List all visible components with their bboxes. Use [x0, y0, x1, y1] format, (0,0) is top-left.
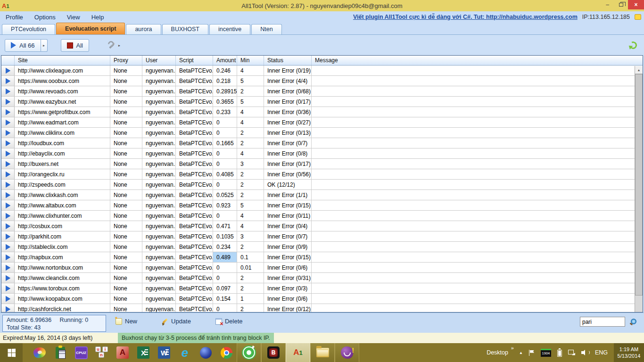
table-row[interactable]: http://www.eazybux.netNonenguyenvan...Be…: [1, 97, 643, 107]
cell-proxy[interactable]: None: [110, 180, 142, 189]
search-input[interactable]: [580, 317, 625, 327]
cell-site[interactable]: http://napbux.com: [15, 252, 110, 262]
cell-proxy[interactable]: None: [110, 283, 142, 293]
run-row-button[interactable]: [1, 200, 15, 210]
cell-amount[interactable]: 0: [213, 128, 237, 138]
table-row[interactable]: http://ebayclix.comNonenguyenvan...BetaP…: [1, 148, 643, 159]
cell-message[interactable]: [312, 294, 643, 304]
run-row-button[interactable]: [1, 86, 15, 96]
cell-min[interactable]: 3: [237, 231, 264, 241]
cell-status[interactable]: Inner Error (0/9): [264, 242, 312, 252]
cell-proxy[interactable]: None: [110, 211, 142, 221]
clock[interactable]: 1:19 AM 5/13/2014: [614, 343, 644, 362]
table-row[interactable]: https://www.ooobux.comNonenguyenvan...Be…: [1, 76, 643, 86]
panel-toggle-icon[interactable]: [635, 14, 641, 20]
cell-script[interactable]: BetaPTCEvo...: [176, 242, 213, 252]
cell-site[interactable]: http://www.cleanclix.com: [15, 273, 110, 283]
cell-status[interactable]: Inner Error (0/17): [264, 97, 312, 107]
start-button[interactable]: [0, 343, 23, 362]
cell-script[interactable]: BetaPTCEvo...: [176, 180, 213, 189]
cell-message[interactable]: [312, 148, 643, 158]
cell-min[interactable]: 0.1: [237, 252, 264, 262]
cell-amount[interactable]: 0.4085: [213, 169, 237, 179]
cell-message[interactable]: [312, 283, 643, 293]
cell-user[interactable]: nguyenvan...: [142, 231, 176, 241]
cell-site[interactable]: http://orangeclix.ru: [15, 169, 110, 179]
table-row[interactable]: http://loudbux.comNonenguyenvan...BetaPT…: [1, 138, 643, 148]
cell-proxy[interactable]: None: [110, 294, 142, 304]
taskbar-word[interactable]: W: [154, 343, 174, 362]
cell-message[interactable]: [312, 190, 643, 200]
run-row-button[interactable]: [1, 252, 15, 262]
run-row-button[interactable]: [1, 107, 15, 117]
network-icon[interactable]: [568, 350, 575, 356]
table-row[interactable]: http://cosbux.comNonenguyenvan...BetaPTC…: [1, 221, 643, 231]
cell-user[interactable]: nguyenvan...: [142, 294, 176, 304]
cell-min[interactable]: 4: [237, 66, 264, 75]
cell-proxy[interactable]: None: [110, 169, 142, 179]
cell-proxy[interactable]: None: [110, 159, 142, 169]
cell-proxy[interactable]: None: [110, 138, 142, 148]
cell-script[interactable]: BetaPTCEvo...: [176, 128, 213, 138]
cell-user[interactable]: nguyenvan...: [142, 66, 176, 75]
cell-user[interactable]: nguyenvan...: [142, 252, 176, 262]
table-row[interactable]: http://www.clixleague.comNonenguyenvan..…: [1, 66, 643, 76]
cell-min[interactable]: 5: [237, 200, 264, 210]
cell-user[interactable]: nguyenvan...: [142, 97, 176, 107]
run-row-button[interactable]: [1, 169, 15, 179]
vertical-scrollbar[interactable]: ▲: [635, 66, 643, 313]
table-row[interactable]: http://www.cleanclix.comNonenguyenvan...…: [1, 273, 643, 283]
table-row[interactable]: http://napbux.comNonenguyenvan...BetaPTC…: [1, 252, 643, 263]
scrollbar-thumb[interactable]: [635, 74, 643, 296]
cell-status[interactable]: Inner Error (0/13): [264, 128, 312, 138]
cell-script[interactable]: BetaPTCEvo...: [176, 263, 213, 272]
desktop-toolbar[interactable]: Desktop »: [487, 349, 513, 356]
cell-amount[interactable]: 0.0525: [213, 190, 237, 200]
cell-min[interactable]: 2: [237, 242, 264, 252]
cell-user[interactable]: nguyenvan...: [142, 283, 176, 293]
cell-amount[interactable]: 0: [213, 263, 237, 272]
cell-user[interactable]: nguyenvan...: [142, 200, 176, 210]
cell-status[interactable]: Inner Error (0/12): [264, 304, 312, 313]
cell-site[interactable]: http://www.nortonbux.com: [15, 263, 110, 272]
search-icon[interactable]: [630, 318, 637, 326]
promo-link[interactable]: Viết plugin All1Tool cực kì dễ dàng với …: [353, 14, 578, 20]
header-user[interactable]: User: [142, 56, 176, 65]
delete-button[interactable]: Delete: [215, 318, 243, 325]
cell-status[interactable]: Inner Error (0/36): [264, 107, 312, 117]
cell-amount[interactable]: 0.218: [213, 76, 237, 86]
cell-site[interactable]: http://www.eazybux.net: [15, 97, 110, 107]
cell-site[interactable]: http://stableclix.com: [15, 242, 110, 252]
header-amount[interactable]: Amount: [213, 56, 237, 65]
cell-user[interactable]: nguyenvan...: [142, 76, 176, 86]
cell-message[interactable]: [312, 304, 643, 313]
table-row[interactable]: http://www.altabux.comNonenguyenvan...Be…: [1, 200, 643, 211]
run-row-button[interactable]: [1, 148, 15, 158]
cell-status[interactable]: Inner Error (0/6): [264, 263, 312, 272]
menu-help[interactable]: Help: [86, 14, 110, 21]
cell-site[interactable]: http://www.revoads.com: [15, 86, 110, 96]
cell-site[interactable]: http://www.cliklinx.com: [15, 128, 110, 138]
cell-proxy[interactable]: None: [110, 273, 142, 283]
tab-buxhost[interactable]: BUXHOST: [162, 24, 208, 34]
cell-amount[interactable]: 0.246: [213, 66, 237, 75]
cell-user[interactable]: nguyenvan...: [142, 169, 176, 179]
taskbar-excel[interactable]: X: [133, 343, 154, 362]
cell-message[interactable]: [312, 231, 643, 241]
cell-status[interactable]: Inner Error (0/7): [264, 138, 312, 148]
cell-amount[interactable]: 0.3655: [213, 97, 237, 107]
cell-proxy[interactable]: None: [110, 128, 142, 138]
cell-script[interactable]: BetaPTCEvo...: [176, 159, 213, 169]
taskbar-paint[interactable]: [29, 343, 50, 362]
cell-message[interactable]: [312, 117, 643, 127]
cell-proxy[interactable]: None: [110, 148, 142, 158]
cell-proxy[interactable]: None: [110, 117, 142, 127]
cell-amount[interactable]: 0: [213, 180, 237, 189]
cell-min[interactable]: 2: [237, 190, 264, 200]
run-all-dropdown[interactable]: ▸: [41, 39, 48, 52]
header-proxy[interactable]: Proxy: [110, 56, 142, 65]
cell-min[interactable]: 2: [237, 86, 264, 96]
cell-message[interactable]: [312, 263, 643, 272]
cell-message[interactable]: [312, 128, 643, 138]
cell-message[interactable]: [312, 252, 643, 262]
